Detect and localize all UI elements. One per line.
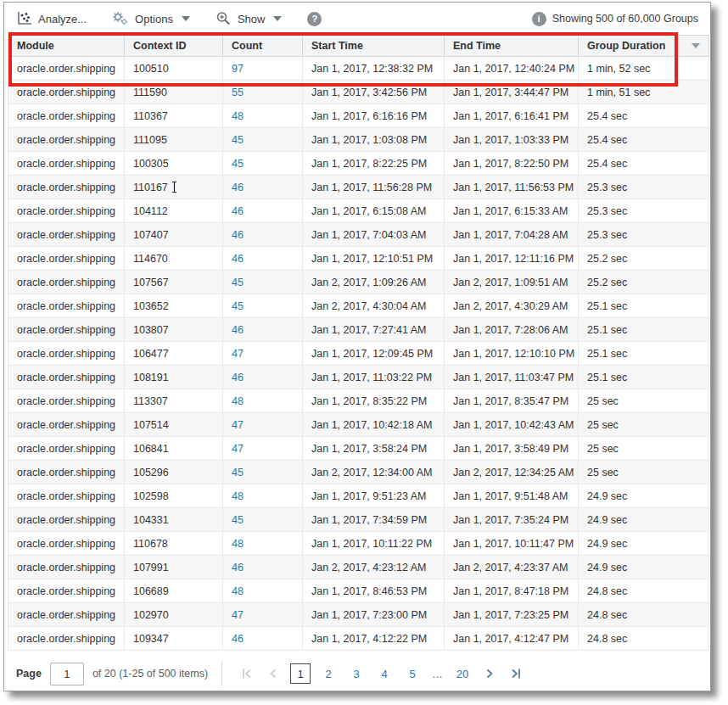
page-number-input[interactable] <box>50 663 84 685</box>
table-row[interactable]: oracle.order.shipping10411246Jan 1, 2017… <box>8 199 709 223</box>
column-header-context-id[interactable]: Context ID <box>125 36 223 57</box>
count-link[interactable]: 46 <box>232 205 244 217</box>
column-header-start-time[interactable]: Start Time <box>303 36 445 57</box>
first-page-button[interactable] <box>238 664 256 683</box>
count-link[interactable]: 48 <box>232 490 244 502</box>
page-number-2[interactable]: 2 <box>318 663 339 684</box>
cell-duration: 24.9 sec <box>579 508 709 532</box>
cell-start-time: Jan 1, 2017, 9:51:23 AM <box>303 484 445 508</box>
count-link[interactable]: 45 <box>232 277 244 288</box>
count-link[interactable]: 48 <box>232 395 244 407</box>
table-row[interactable]: oracle.order.shipping10647747Jan 1, 2017… <box>8 342 709 366</box>
sort-descending-icon[interactable] <box>692 43 700 48</box>
gears-icon <box>112 11 129 26</box>
cell-count: 45 <box>223 271 303 294</box>
count-link[interactable]: 46 <box>232 253 244 265</box>
cell-module: oracle.order.shipping <box>8 223 125 247</box>
count-link[interactable]: 46 <box>232 324 244 336</box>
column-header-group-duration[interactable]: Group Duration <box>579 36 709 57</box>
count-link[interactable]: 48 <box>232 585 244 597</box>
zoom-in-magnifier-icon <box>216 11 232 26</box>
cell-module: oracle.order.shipping <box>8 199 125 223</box>
cell-count: 45 <box>223 128 303 152</box>
cell-end-time: Jan 1, 2017, 12:40:24 PM <box>445 57 579 81</box>
table-row[interactable]: oracle.order.shipping10433145Jan 1, 2017… <box>8 508 709 532</box>
count-link[interactable]: 47 <box>232 348 244 360</box>
table-row[interactable]: oracle.order.shipping11467046Jan 1, 2017… <box>8 247 709 271</box>
count-link[interactable]: 97 <box>232 63 244 75</box>
analyze-button[interactable]: Analyze... <box>16 11 87 26</box>
count-link[interactable]: 46 <box>232 372 244 383</box>
count-link[interactable]: 48 <box>232 538 244 550</box>
page-number-1-current[interactable]: 1 <box>290 663 311 684</box>
count-link[interactable]: 55 <box>232 87 244 98</box>
cell-context-id: 110167 <box>125 176 223 199</box>
table-body: oracle.order.shipping10051097Jan 1, 2017… <box>8 57 709 651</box>
cell-count: 48 <box>223 484 303 508</box>
table-row[interactable]: oracle.order.shipping10030545Jan 1, 2017… <box>8 152 709 176</box>
table-row[interactable]: oracle.order.shipping10934746Jan 1, 2017… <box>8 627 709 651</box>
table-row[interactable]: oracle.order.shipping10529645Jan 2, 2017… <box>8 461 709 484</box>
cell-count: 46 <box>223 366 303 389</box>
cell-end-time: Jan 1, 2017, 9:51:48 AM <box>445 484 579 508</box>
table-row[interactable]: oracle.order.shipping10799146Jan 2, 2017… <box>8 556 709 579</box>
count-link[interactable]: 47 <box>232 609 244 621</box>
column-header-count[interactable]: Count <box>223 36 303 57</box>
cell-module: oracle.order.shipping <box>8 532 125 556</box>
count-link[interactable]: 48 <box>232 110 244 122</box>
info-icon: i <box>532 12 546 26</box>
count-link[interactable]: 45 <box>232 134 244 146</box>
show-menu-button[interactable]: Show <box>216 11 283 26</box>
page-number-3[interactable]: 3 <box>346 663 367 684</box>
count-link[interactable]: 47 <box>232 443 244 455</box>
cell-start-time: Jan 2, 2017, 4:23:12 AM <box>303 556 445 579</box>
table-row[interactable]: oracle.order.shipping11036748Jan 1, 2017… <box>8 104 709 128</box>
help-button[interactable]: ? <box>307 12 322 26</box>
previous-page-button[interactable] <box>264 664 283 683</box>
page-number-4[interactable]: 4 <box>374 663 395 684</box>
cell-start-time: Jan 2, 2017, 4:30:04 AM <box>303 294 445 318</box>
options-menu-button[interactable]: Options <box>112 11 190 26</box>
table-row[interactable]: oracle.order.shipping10819146Jan 1, 2017… <box>8 366 709 389</box>
count-link[interactable]: 45 <box>232 300 244 312</box>
page-number-5[interactable]: 5 <box>402 663 423 684</box>
count-link[interactable]: 46 <box>232 562 244 574</box>
count-link[interactable]: 46 <box>232 229 244 241</box>
table-row[interactable]: oracle.order.shipping11330748Jan 1, 2017… <box>8 389 709 413</box>
cell-module: oracle.order.shipping <box>8 271 125 294</box>
page-number-20[interactable]: 20 <box>452 663 473 684</box>
cell-start-time: Jan 1, 2017, 12:09:45 PM <box>303 342 445 366</box>
cell-module: oracle.order.shipping <box>8 57 125 81</box>
last-page-button[interactable] <box>507 664 525 683</box>
cell-context-id: 104331 <box>125 508 223 532</box>
count-link[interactable]: 46 <box>232 633 244 645</box>
count-link[interactable]: 45 <box>232 514 244 526</box>
column-header-end-time[interactable]: End Time <box>445 36 579 57</box>
count-link[interactable]: 46 <box>232 182 244 193</box>
cell-start-time: Jan 1, 2017, 7:04:03 AM <box>303 223 445 247</box>
count-link[interactable]: 47 <box>232 419 244 431</box>
count-link[interactable]: 45 <box>232 467 244 478</box>
cell-count: 45 <box>223 294 303 318</box>
table-row[interactable]: oracle.order.shipping11159055Jan 1, 2017… <box>8 81 709 104</box>
table-row[interactable]: oracle.order.shipping10668948Jan 1, 2017… <box>8 579 709 603</box>
cell-end-time: Jan 1, 2017, 10:42:43 AM <box>445 413 579 437</box>
cell-count: 45 <box>223 508 303 532</box>
table-row[interactable]: oracle.order.shipping10259848Jan 1, 2017… <box>8 484 709 508</box>
table-row[interactable]: oracle.order.shipping10051097Jan 1, 2017… <box>8 57 709 81</box>
column-header-module[interactable]: Module <box>8 36 125 57</box>
table-row[interactable]: oracle.order.shipping10751447Jan 1, 2017… <box>8 413 709 437</box>
table-row[interactable]: oracle.order.shipping10380746Jan 1, 2017… <box>8 318 709 342</box>
cell-duration: 25.2 sec <box>579 247 709 271</box>
table-row[interactable]: oracle.order.shipping11016746Jan 1, 2017… <box>8 176 709 199</box>
next-page-button[interactable] <box>480 664 499 683</box>
table-row[interactable]: oracle.order.shipping10297047Jan 1, 2017… <box>8 603 709 627</box>
cell-count: 47 <box>223 603 303 627</box>
table-row[interactable]: oracle.order.shipping10684147Jan 1, 2017… <box>8 437 709 461</box>
count-link[interactable]: 45 <box>232 158 244 170</box>
table-row[interactable]: oracle.order.shipping10756745Jan 2, 2017… <box>8 271 709 294</box>
table-row[interactable]: oracle.order.shipping10365245Jan 2, 2017… <box>8 294 709 318</box>
table-row[interactable]: oracle.order.shipping11109545Jan 1, 2017… <box>8 128 709 152</box>
table-row[interactable]: oracle.order.shipping11067848Jan 1, 2017… <box>8 532 709 556</box>
table-row[interactable]: oracle.order.shipping10740746Jan 1, 2017… <box>8 223 709 247</box>
